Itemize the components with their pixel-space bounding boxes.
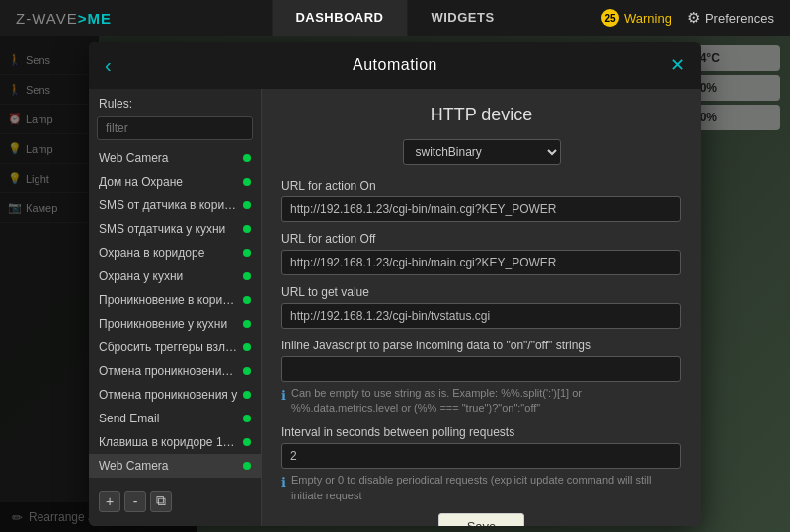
topbar: Z-WAVE>ME DASHBOARD WIDGETS 25 Warning ⚙… bbox=[0, 0, 790, 36]
info-icon: ℹ bbox=[281, 387, 286, 405]
logo-text: Z-WAVE bbox=[16, 10, 78, 27]
modal-close-button[interactable]: ✕ bbox=[671, 54, 685, 76]
rule-item-sms2[interactable]: SMS отдатчика у кухни bbox=[89, 217, 261, 241]
modal-back-button[interactable]: ‹ bbox=[105, 54, 112, 77]
rule-item-pronikn2[interactable]: Проникновение у кухни bbox=[89, 312, 261, 336]
rule-item-ohrana1[interactable]: Охрана в коридоре bbox=[89, 241, 261, 265]
interval-hint: ℹ Empty or 0 to disable periodical reque… bbox=[281, 473, 681, 503]
automation-modal: ‹ Automation ✕ Rules: Web Camera bbox=[89, 42, 701, 526]
action-on-input[interactable] bbox=[281, 196, 681, 222]
rule-status-dot bbox=[243, 367, 251, 375]
nav-widgets[interactable]: WIDGETS bbox=[407, 0, 517, 36]
rule-status-dot bbox=[243, 415, 251, 422]
field-group-action-off: URL for action Off bbox=[281, 232, 681, 275]
warning-count: 25 bbox=[601, 9, 619, 27]
remove-rule-button[interactable]: - bbox=[124, 491, 146, 512]
field-group-get-value: URL to get value bbox=[281, 285, 681, 329]
rules-panel: Rules: Web Camera Дом на Охране SMS от д bbox=[89, 89, 262, 526]
device-type-select[interactable]: switchBinary sensorBinary sensorMultilev… bbox=[403, 139, 561, 165]
logo-accent: >ME bbox=[78, 10, 112, 27]
rule-item-webcam2[interactable]: Web Camera bbox=[89, 454, 261, 478]
warning-label: Warning bbox=[624, 11, 672, 26]
action-off-input[interactable] bbox=[281, 250, 681, 275]
rule-status-dot bbox=[243, 320, 251, 328]
get-value-input[interactable] bbox=[281, 303, 681, 329]
field-group-inline-js: Inline Javascript to parse incoming data… bbox=[281, 339, 681, 417]
rule-item-sms1[interactable]: SMS от датчика в коридо… bbox=[89, 193, 261, 217]
inline-js-hint-text: Can be empty to use string as is. Exampl… bbox=[291, 386, 681, 417]
modal-body: Rules: Web Camera Дом на Охране SMS от д bbox=[89, 89, 701, 526]
rules-actions: + - ⧉ bbox=[89, 485, 261, 518]
rules-label: Rules: bbox=[89, 97, 261, 116]
gear-icon: ⚙ bbox=[687, 9, 700, 27]
app-logo: Z-WAVE>ME bbox=[16, 10, 112, 27]
rule-item-webcam1[interactable]: Web Camera bbox=[89, 146, 261, 170]
modal-title: Automation bbox=[353, 56, 437, 74]
copy-rule-button[interactable]: ⧉ bbox=[150, 491, 172, 512]
add-rule-button[interactable]: + bbox=[99, 491, 120, 512]
warning-badge[interactable]: 25 Warning bbox=[601, 9, 672, 27]
modal-header: ‹ Automation ✕ bbox=[89, 42, 701, 89]
topbar-nav: DASHBOARD WIDGETS bbox=[272, 0, 517, 36]
rule-item-tv[interactable]: TV bbox=[89, 478, 261, 485]
inline-js-hint: ℹ Can be empty to use string as is. Exam… bbox=[281, 386, 681, 417]
rule-item-pronikn1[interactable]: Проникновение в коридо… bbox=[89, 288, 261, 312]
rule-item-sendemail[interactable]: Send Email bbox=[89, 407, 261, 430]
get-value-label: URL to get value bbox=[281, 285, 681, 299]
action-on-label: URL for action On bbox=[281, 179, 681, 192]
interval-hint-text: Empty or 0 to disable periodical request… bbox=[291, 473, 681, 503]
rule-status-dot bbox=[243, 249, 251, 257]
config-panel: HTTP device switchBinary sensorBinary se… bbox=[262, 89, 701, 526]
preferences-label: Preferences bbox=[705, 11, 774, 26]
rule-item-ohrana2[interactable]: Охрана у кухни bbox=[89, 265, 261, 288]
rule-item-klavisha[interactable]: Клавиша в коридоре 100% bbox=[89, 430, 261, 454]
field-group-interval: Interval in seconds between polling requ… bbox=[281, 425, 681, 503]
save-button[interactable]: Save bbox=[438, 513, 525, 525]
modal-overlay: ‹ Automation ✕ Rules: Web Camera bbox=[0, 36, 790, 532]
rule-status-dot bbox=[243, 272, 251, 280]
preferences-button[interactable]: ⚙ Preferences bbox=[687, 9, 774, 27]
rule-status-dot bbox=[243, 296, 251, 304]
rules-list: Web Camera Дом на Охране SMS от датчика … bbox=[89, 146, 261, 485]
nav-dashboard[interactable]: DASHBOARD bbox=[272, 0, 407, 36]
main-content: 🚶 Sens 🚶 Sens ⏰ Lamp 💡 Lamp 💡 Light 📷 bbox=[0, 36, 790, 532]
field-group-action-on: URL for action On bbox=[281, 179, 681, 222]
rule-item-otmena2[interactable]: Отмена проникновения у bbox=[89, 383, 261, 407]
rule-item-sbrosite[interactable]: Сбросить треггеры взлома bbox=[89, 336, 261, 359]
topbar-right: 25 Warning ⚙ Preferences bbox=[601, 9, 774, 27]
info-icon-2: ℹ bbox=[281, 474, 286, 492]
inline-js-label: Inline Javascript to parse incoming data… bbox=[281, 339, 681, 352]
inline-js-input[interactable] bbox=[281, 356, 681, 382]
action-off-label: URL for action Off bbox=[281, 232, 681, 246]
rules-filter-input[interactable] bbox=[97, 116, 253, 140]
rule-status-dot bbox=[243, 225, 251, 233]
rule-status-dot bbox=[243, 343, 251, 351]
rule-item-dom[interactable]: Дом на Охране bbox=[89, 170, 261, 193]
rule-status-dot bbox=[243, 178, 251, 186]
rule-status-dot bbox=[243, 391, 251, 399]
rule-status-dot bbox=[243, 154, 251, 162]
rule-status-dot bbox=[243, 462, 251, 470]
config-select-row: switchBinary sensorBinary sensorMultilev… bbox=[281, 139, 681, 165]
rule-status-dot bbox=[243, 438, 251, 446]
interval-input[interactable] bbox=[281, 443, 681, 469]
rule-status-dot bbox=[243, 201, 251, 209]
rule-item-otmena1[interactable]: Отмена проникновения чел bbox=[89, 359, 261, 383]
interval-label: Interval in seconds between polling requ… bbox=[281, 425, 681, 439]
config-title: HTTP device bbox=[281, 105, 681, 125]
